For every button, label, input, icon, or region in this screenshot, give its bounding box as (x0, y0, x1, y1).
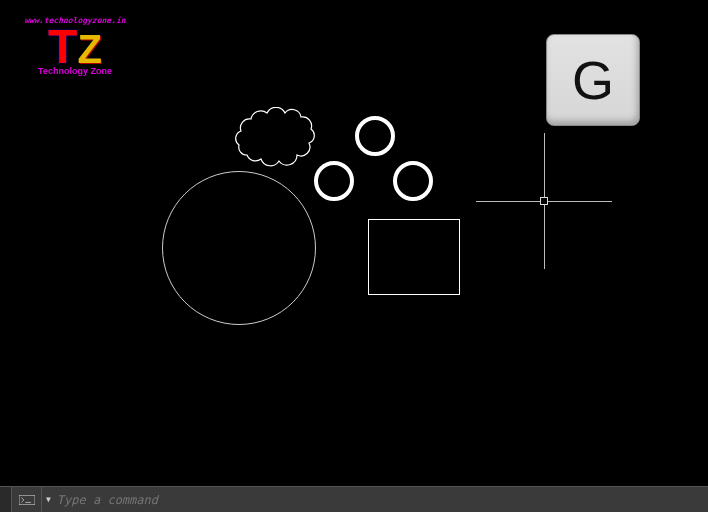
watermark-logo: www.technologyzone.in T Z Technology Zon… (20, 16, 130, 76)
svg-rect-0 (19, 495, 35, 505)
drawn-revision-cloud[interactable] (227, 107, 321, 169)
pick-box (540, 197, 548, 205)
logo-letter-t: T (48, 25, 77, 68)
drawing-canvas[interactable]: www.technologyzone.in T Z Technology Zon… (0, 0, 708, 486)
drawn-rectangle[interactable] (368, 219, 460, 295)
drawn-circle-large[interactable] (162, 171, 316, 325)
keyboard-key-overlay: G (546, 34, 640, 126)
logo-letter-z: Z (77, 31, 101, 67)
command-input[interactable] (55, 493, 708, 507)
command-line-bar[interactable]: ▼ (0, 486, 708, 512)
command-dropdown-arrow-icon[interactable]: ▼ (42, 495, 55, 504)
command-prompt-icon[interactable] (12, 487, 42, 512)
drawn-donut-3[interactable] (393, 161, 433, 201)
logo-tagline: Technology Zone (20, 66, 130, 76)
key-label: G (572, 49, 614, 111)
drawn-donut-1[interactable] (355, 116, 395, 156)
command-bar-grip[interactable] (0, 487, 12, 512)
